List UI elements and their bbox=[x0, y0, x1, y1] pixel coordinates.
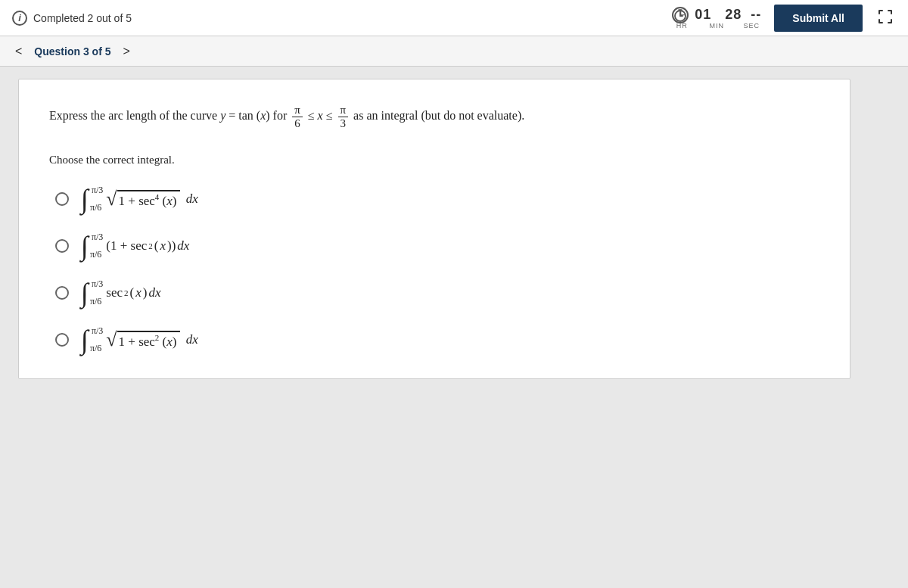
sec-label: SEC bbox=[741, 22, 762, 30]
header: i Completed 2 out of 5 01 28 bbox=[0, 0, 908, 36]
timer-display: 01 28 -- bbox=[695, 7, 761, 23]
timer-minutes: 28 bbox=[725, 7, 742, 22]
choice-d[interactable]: ∫ π/3 π/6 √ 1 + sec2 (x) dx bbox=[55, 325, 819, 354]
choice-c[interactable]: ∫ π/3 π/6 sec2 (x) dx bbox=[55, 278, 819, 307]
submit-all-button[interactable]: Submit All bbox=[774, 5, 863, 32]
formula-b: ∫ π/3 π/6 (1 + sec2 (x)) dx bbox=[81, 232, 189, 260]
radio-c[interactable] bbox=[55, 286, 69, 300]
header-left: i Completed 2 out of 5 bbox=[12, 11, 132, 26]
fullscreen-icon bbox=[878, 9, 893, 24]
timer-icon bbox=[672, 7, 689, 23]
radio-b[interactable] bbox=[55, 239, 69, 253]
info-icon[interactable]: i bbox=[12, 11, 27, 26]
choice-a[interactable]: ∫ π/3 π/6 √ 1 + sec4 (x) dx bbox=[55, 185, 819, 213]
radio-d[interactable] bbox=[55, 333, 69, 347]
main-content: Express the arc length of the curve y = … bbox=[0, 67, 908, 588]
choices-container: ∫ π/3 π/6 √ 1 + sec4 (x) dx bbox=[55, 185, 819, 354]
forward-arrow-button[interactable]: > bbox=[117, 42, 135, 61]
formula-d: ∫ π/3 π/6 √ 1 + sec2 (x) dx bbox=[81, 325, 198, 354]
choose-label: Choose the correct integral. bbox=[49, 154, 819, 166]
back-arrow-button[interactable]: < bbox=[9, 42, 28, 61]
formula-a: ∫ π/3 π/6 √ 1 + sec4 (x) dx bbox=[81, 185, 198, 213]
choice-b[interactable]: ∫ π/3 π/6 (1 + sec2 (x)) dx bbox=[55, 232, 819, 260]
timer-area: 01 28 -- HR MIN SEC bbox=[671, 7, 762, 30]
completed-text: Completed 2 out of 5 bbox=[33, 12, 132, 24]
nav-bar: < Question 3 of 5 > bbox=[0, 36, 908, 67]
formula-c: ∫ π/3 π/6 sec2 (x) dx bbox=[81, 278, 160, 307]
timer-separator: -- bbox=[751, 7, 761, 22]
question-label: Question 3 of 5 bbox=[34, 45, 110, 58]
fullscreen-button[interactable] bbox=[875, 6, 896, 30]
radio-a[interactable] bbox=[55, 192, 69, 206]
question-card: Express the arc length of the curve y = … bbox=[18, 79, 850, 379]
min-label: MIN bbox=[706, 22, 727, 30]
timer-hours: 01 bbox=[695, 7, 711, 22]
question-prompt: Express the arc length of the curve y = … bbox=[49, 104, 819, 129]
timer-labels: HR MIN SEC bbox=[671, 22, 762, 30]
